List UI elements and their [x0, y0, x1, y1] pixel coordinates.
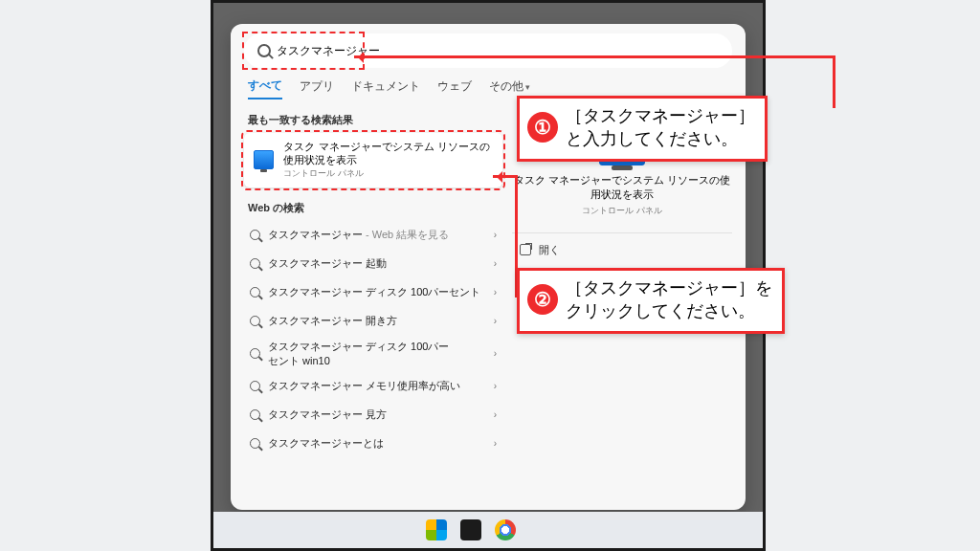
web-result-label: タスクマネージャー 開き方: [268, 314, 397, 328]
best-match-title: タスク マネージャーでシステム リソースの使用状況を表示: [283, 141, 493, 167]
chevron-down-icon: ▾: [525, 82, 530, 92]
search-icon: [250, 316, 260, 326]
preview-title: タスク マネージャーでシステム リソースの使用状況を表示: [512, 173, 732, 203]
search-icon: [250, 230, 260, 240]
preview-subtitle: コントロール パネル: [512, 205, 732, 217]
chevron-right-icon: ›: [494, 230, 497, 240]
web-result-label: タスクマネージャー 起動: [268, 256, 387, 271]
web-result-item[interactable]: タスクマネージャーとは›: [244, 430, 502, 458]
web-result-label: タスクマネージャー ディスク 100パーセント win10: [268, 340, 459, 368]
search-icon: [250, 381, 260, 391]
start-button[interactable]: [426, 519, 447, 540]
step-number-badge: ②: [527, 284, 558, 315]
chevron-right-icon: ›: [494, 316, 497, 326]
open-icon: [520, 244, 531, 255]
chevron-right-icon: ›: [494, 287, 497, 298]
monitor-icon: [254, 150, 274, 169]
web-search-list: タスクマネージャー - Web 結果を見る › タスクマネージャー 起動› タス…: [244, 221, 502, 458]
best-match-result[interactable]: タスク マネージャーでシステム リソースの使用状況を表示 コントロール パネル: [244, 133, 502, 187]
web-result-label: タスクマネージャーとは: [268, 436, 384, 451]
best-match-text: タスク マネージャーでシステム リソースの使用状況を表示 コントロール パネル: [283, 141, 493, 180]
open-action[interactable]: 開く: [512, 232, 732, 257]
web-result-item[interactable]: タスクマネージャー ディスク 100パーセント›: [244, 278, 502, 307]
chevron-right-icon: ›: [494, 409, 497, 420]
tab-documents[interactable]: ドキュメント: [351, 78, 420, 99]
search-icon: [250, 287, 260, 298]
step-number-badge: ①: [527, 112, 558, 143]
annotation-arrow: [833, 55, 835, 108]
web-result-label: タスクマネージャー 見方: [268, 408, 387, 422]
chevron-right-icon: ›: [494, 438, 497, 449]
web-result-item[interactable]: タスクマネージャー 起動›: [244, 250, 502, 278]
search-icon: [250, 438, 260, 449]
step-text: ［タスクマネージャー］ と入力してください。: [566, 104, 755, 151]
chevron-right-icon: ›: [494, 348, 497, 359]
open-label: 開く: [539, 243, 560, 257]
taskbar-app-icon[interactable]: [460, 519, 481, 540]
web-result-label: タスクマネージャー メモリ使用率が高い: [268, 379, 460, 393]
tab-apps[interactable]: アプリ: [300, 78, 334, 99]
tab-web[interactable]: ウェブ: [437, 78, 472, 99]
annotation-arrow: [354, 55, 835, 58]
search-icon: [257, 44, 271, 57]
web-result-label: タスクマネージャー: [268, 229, 363, 240]
web-result-label: タスクマネージャー ディスク 100パーセント: [268, 285, 480, 299]
web-result-suffix: - Web 結果を見る: [363, 229, 449, 240]
web-result-item[interactable]: タスクマネージャー メモリ使用率が高い›: [244, 372, 502, 401]
search-icon: [250, 258, 260, 269]
tab-more-label: その他: [489, 79, 523, 93]
chevron-right-icon: ›: [494, 381, 497, 391]
best-match-subtitle: コントロール パネル: [283, 167, 493, 180]
tab-all[interactable]: すべて: [248, 77, 282, 99]
web-result-item[interactable]: タスクマネージャー ディスク 100パーセント win10›: [244, 336, 502, 372]
search-icon: [250, 348, 260, 359]
web-result-item[interactable]: タスクマネージャー 見方›: [244, 401, 502, 430]
web-result-item[interactable]: タスクマネージャー - Web 結果を見る ›: [244, 221, 502, 250]
annotation-step-2: ② ［タスクマネージャー］を クリックしてください。: [517, 268, 785, 334]
web-result-item[interactable]: タスクマネージャー 開き方›: [244, 307, 502, 336]
taskbar: [213, 512, 763, 548]
file-explorer-icon[interactable]: [529, 519, 550, 540]
chrome-icon[interactable]: [495, 519, 516, 540]
search-box[interactable]: [244, 33, 732, 68]
search-icon: [250, 409, 260, 420]
annotation-step-1: ① ［タスクマネージャー］ と入力してください。: [517, 96, 768, 162]
step-text: ［タスクマネージャー］を クリックしてください。: [566, 276, 772, 323]
chevron-right-icon: ›: [494, 258, 497, 269]
